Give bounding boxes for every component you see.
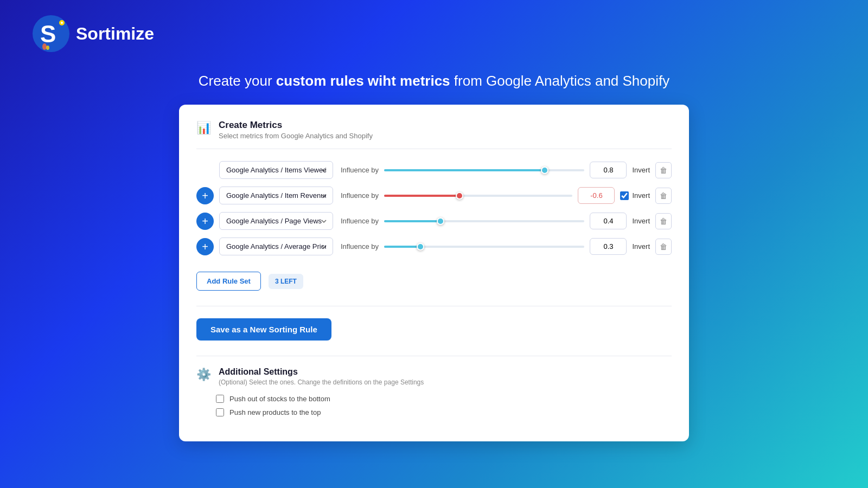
rule-row-2: + Google Analytics / Item Revenue Influe… xyxy=(196,187,672,204)
card-header: 📊 Create Metrics Select metrics from Goo… xyxy=(196,120,672,149)
slider-track-2 xyxy=(384,195,572,197)
headline-prefix: Create your xyxy=(199,73,276,89)
metric-select-1[interactable]: Google Analytics / Items Viewed xyxy=(219,161,333,179)
delete-btn-2[interactable]: 🗑 xyxy=(655,188,672,204)
slider-thumb-2 xyxy=(456,192,463,200)
svg-text:S: S xyxy=(40,21,56,47)
card-subtitle: Select metrics from Google Analytics and… xyxy=(219,132,373,140)
invert-wrapper-2: Invert xyxy=(620,191,650,200)
influence-label-3: Influence by xyxy=(341,217,379,225)
metric-select-4[interactable]: Google Analytics / Average Price xyxy=(219,237,333,255)
settings-subtitle: (Optional) Select the ones. Change the d… xyxy=(219,378,424,386)
add-btn-3[interactable]: + xyxy=(196,213,214,230)
delete-btn-3[interactable]: 🗑 xyxy=(655,213,672,229)
invert-checkbox-2[interactable] xyxy=(620,191,629,200)
settings-header: ⚙️ Additional Settings (Optional) Select… xyxy=(196,367,672,386)
slider-thumb-1 xyxy=(541,166,548,174)
settings-header-text: Additional Settings (Optional) Select th… xyxy=(219,367,424,386)
value-input-2[interactable]: -0.6 xyxy=(578,187,615,204)
headline-bold: custom rules wiht metrics xyxy=(276,73,450,89)
rule-row-3: + Google Analytics / Page Views Influenc… xyxy=(196,212,672,230)
value-input-4[interactable]: 0.3 xyxy=(590,238,627,255)
invert-label-1: Invert xyxy=(632,166,650,174)
card-header-icon: 📊 xyxy=(196,121,211,135)
svg-point-3 xyxy=(61,22,63,24)
add-btn-placeholder-1 xyxy=(196,162,214,179)
add-btn-4[interactable]: + xyxy=(196,238,214,255)
slider-container-1[interactable] xyxy=(384,165,584,176)
slider-track-4 xyxy=(384,246,584,248)
settings-option-2: Push new products to the top xyxy=(216,408,672,416)
left-badge: 3 LEFT xyxy=(269,274,303,289)
settings-title: Additional Settings xyxy=(219,367,424,377)
invert-label-2: Invert xyxy=(632,191,650,200)
value-input-1[interactable]: 0.8 xyxy=(590,162,627,178)
push-out-stocks-label: Push out of stocks to the bottom xyxy=(229,395,330,403)
slider-container-2[interactable] xyxy=(384,190,572,201)
headline: Create your custom rules wiht metrics fr… xyxy=(0,73,868,89)
svg-point-4 xyxy=(42,43,47,50)
slider-track-1 xyxy=(384,169,584,171)
invert-wrapper-1: Invert xyxy=(632,166,650,174)
slider-track-3 xyxy=(384,220,584,222)
slider-container-4[interactable] xyxy=(384,241,584,252)
add-btn-2[interactable]: + xyxy=(196,187,214,204)
delete-btn-1[interactable]: 🗑 xyxy=(655,162,672,178)
add-rule-set-button[interactable]: Add Rule Set xyxy=(196,272,261,291)
rule-row-1: Google Analytics / Items Viewed Influenc… xyxy=(196,161,672,179)
slider-container-3[interactable] xyxy=(384,216,584,227)
divider-1 xyxy=(196,306,672,306)
settings-option-1: Push out of stocks to the bottom xyxy=(216,395,672,403)
brand-name: Sortimize xyxy=(76,24,154,44)
value-input-3[interactable]: 0.4 xyxy=(590,213,627,229)
rules-section: Google Analytics / Items Viewed Influenc… xyxy=(196,161,672,255)
influence-label-1: Influence by xyxy=(341,166,379,174)
settings-options: Push out of stocks to the bottom Push ne… xyxy=(216,395,672,416)
header: S Sortimize xyxy=(0,0,868,67)
logo: S Sortimize xyxy=(33,15,154,52)
invert-label-4: Invert xyxy=(632,242,650,251)
main-card: 📊 Create Metrics Select metrics from Goo… xyxy=(179,105,689,441)
logo-icon: S xyxy=(33,15,69,52)
slider-fill-2 xyxy=(384,195,459,197)
slider-thumb-3 xyxy=(437,217,444,225)
card-header-text: Create Metrics Select metrics from Googl… xyxy=(219,120,373,140)
influence-label-4: Influence by xyxy=(341,242,379,251)
influence-label-2: Influence by xyxy=(341,191,379,200)
slider-thumb-4 xyxy=(417,243,424,251)
settings-icon: ⚙️ xyxy=(196,368,211,382)
bottom-actions: Add Rule Set 3 LEFT xyxy=(196,267,672,291)
card-title: Create Metrics xyxy=(219,120,373,131)
slider-fill-3 xyxy=(384,220,440,222)
invert-wrapper-4: Invert xyxy=(632,242,650,251)
save-sorting-rule-button[interactable]: Save as a New Sorting Rule xyxy=(196,318,331,341)
invert-wrapper-3: Invert xyxy=(632,217,650,225)
headline-suffix: from Google Analytics and Shopify xyxy=(450,73,670,89)
push-out-stocks-checkbox[interactable] xyxy=(216,395,224,403)
slider-fill-4 xyxy=(384,246,420,248)
invert-label-3: Invert xyxy=(632,217,650,225)
svg-point-5 xyxy=(46,46,49,50)
rule-row-4: + Google Analytics / Average Price Influ… xyxy=(196,237,672,255)
metric-select-3[interactable]: Google Analytics / Page Views xyxy=(219,212,333,230)
slider-fill-1 xyxy=(384,169,545,171)
push-new-products-checkbox[interactable] xyxy=(216,408,224,416)
delete-btn-4[interactable]: 🗑 xyxy=(655,239,672,255)
push-new-products-label: Push new products to the top xyxy=(229,408,321,416)
metric-select-2[interactable]: Google Analytics / Item Revenue xyxy=(219,187,333,204)
additional-settings: ⚙️ Additional Settings (Optional) Select… xyxy=(196,356,672,416)
